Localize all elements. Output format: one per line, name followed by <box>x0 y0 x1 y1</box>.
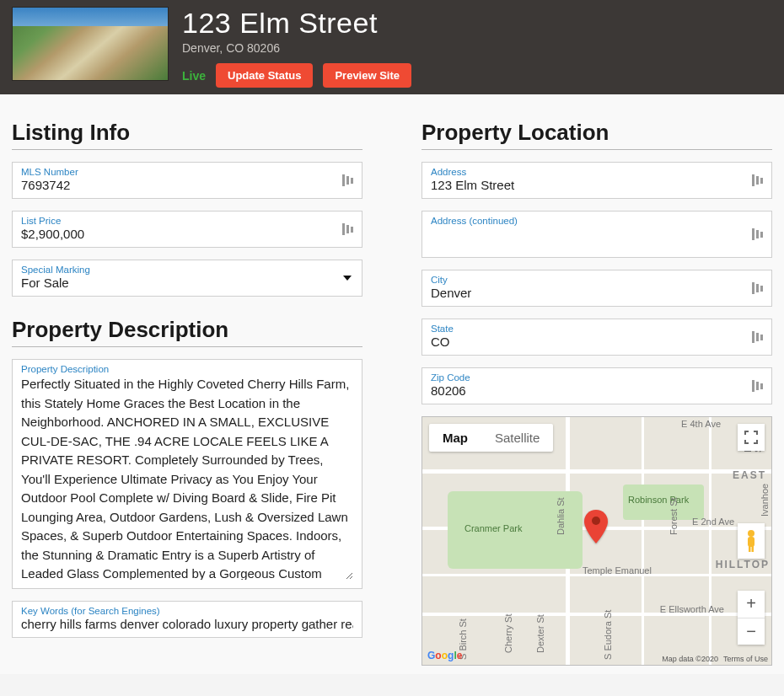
map-label-park1: Cranmer Park <box>464 523 522 533</box>
listing-title: 123 Elm Street <box>182 7 411 40</box>
map-label-temple: Temple Emanuel <box>583 565 652 576</box>
field-action-icon[interactable] <box>752 174 763 186</box>
keywords-field[interactable]: Key Words (for Search Engines) <box>12 601 362 638</box>
svg-point-0 <box>592 517 600 525</box>
price-field[interactable]: List Price <box>12 211 362 248</box>
price-label: List Price <box>21 216 353 226</box>
update-status-button[interactable]: Update Status <box>216 63 313 88</box>
description-field[interactable]: Property Description <box>12 359 362 589</box>
map-pin-icon <box>584 510 608 547</box>
map-vstreet-5: Dexter St <box>535 614 545 653</box>
map-street-3: E Ellsworth Ave <box>660 604 724 614</box>
city-input[interactable] <box>431 285 763 300</box>
map-type-toggle[interactable]: Map Satellite <box>429 424 553 452</box>
map-vstreet-1: Dahlia St <box>556 497 566 535</box>
zip-input[interactable] <box>431 383 763 398</box>
satellite-tab[interactable]: Satellite <box>481 424 553 452</box>
zoom-in-button[interactable]: + <box>738 591 765 618</box>
price-input[interactable] <box>21 226 353 241</box>
preview-site-button[interactable]: Preview Site <box>323 63 411 88</box>
address-label: Address <box>431 167 763 177</box>
listing-subtitle: Denver, CO 80206 <box>182 41 411 55</box>
address2-input[interactable] <box>431 226 763 241</box>
map-street-2: E 2nd Ave <box>692 517 734 527</box>
marking-field[interactable]: Special Marking <box>12 260 362 297</box>
zoom-control[interactable]: + − <box>738 591 765 645</box>
marking-label: Special Marking <box>21 265 353 275</box>
google-logo: Google <box>427 650 462 661</box>
field-action-icon[interactable] <box>752 282 763 294</box>
field-action-icon[interactable] <box>752 331 763 343</box>
location-heading: Property Location <box>422 120 772 150</box>
map-attribution: Map data ©2020Terms of Use <box>657 655 768 663</box>
description-textarea[interactable] <box>21 374 353 580</box>
field-action-icon[interactable] <box>752 228 763 240</box>
fullscreen-button[interactable] <box>738 424 765 451</box>
state-input[interactable] <box>431 334 763 349</box>
address-field[interactable]: Address <box>422 162 772 199</box>
map-area2-label: HILLTOP <box>716 559 770 570</box>
map-widget[interactable]: Cranmer Park Robinson Park Temple Emanue… <box>422 416 772 666</box>
keywords-input[interactable] <box>21 616 353 631</box>
map-vstreet-2: Forest St <box>669 497 679 535</box>
city-field[interactable]: City <box>422 270 772 307</box>
keywords-label: Key Words (for Search Engines) <box>21 606 353 616</box>
status-badge: Live <box>182 69 206 83</box>
city-label: City <box>431 275 763 285</box>
field-action-icon[interactable] <box>342 174 353 186</box>
mls-label: MLS Number <box>21 167 353 177</box>
field-action-icon[interactable] <box>752 380 763 392</box>
pegman-icon[interactable] <box>738 523 765 559</box>
map-area-label: EAST <box>733 469 766 481</box>
state-field[interactable]: State <box>422 319 772 356</box>
svg-rect-4 <box>752 545 754 552</box>
map-label-park2: Robinson Park <box>628 495 689 505</box>
map-tab[interactable]: Map <box>429 424 481 452</box>
svg-point-1 <box>748 530 754 537</box>
listing-thumbnail <box>12 7 169 81</box>
address2-field[interactable]: Address (continued) <box>422 211 772 258</box>
mls-field[interactable]: MLS Number <box>12 162 362 199</box>
description-label: Property Description <box>21 364 353 374</box>
zoom-out-button[interactable]: − <box>738 618 765 645</box>
map-street-1: E 4th Ave <box>681 419 721 429</box>
address-input[interactable] <box>431 177 763 192</box>
mls-input[interactable] <box>21 177 353 192</box>
description-heading: Property Description <box>12 317 362 347</box>
map-vstreet-4: Cherry St <box>503 614 513 653</box>
chevron-down-icon <box>343 276 352 281</box>
marking-select[interactable] <box>21 275 353 290</box>
map-vstreet-6: S Eudora St <box>603 610 613 660</box>
map-vstreet-7: Ivanhoe St <box>760 484 772 517</box>
page-header: 123 Elm Street Denver, CO 80206 Live Upd… <box>0 0 784 94</box>
zip-field[interactable]: Zip Code <box>422 367 772 404</box>
listing-info-heading: Listing Info <box>12 120 362 150</box>
address2-label: Address (continued) <box>431 216 763 226</box>
zip-label: Zip Code <box>431 372 763 383</box>
field-action-icon[interactable] <box>342 223 353 235</box>
state-label: State <box>431 324 763 334</box>
svg-rect-3 <box>749 545 751 552</box>
